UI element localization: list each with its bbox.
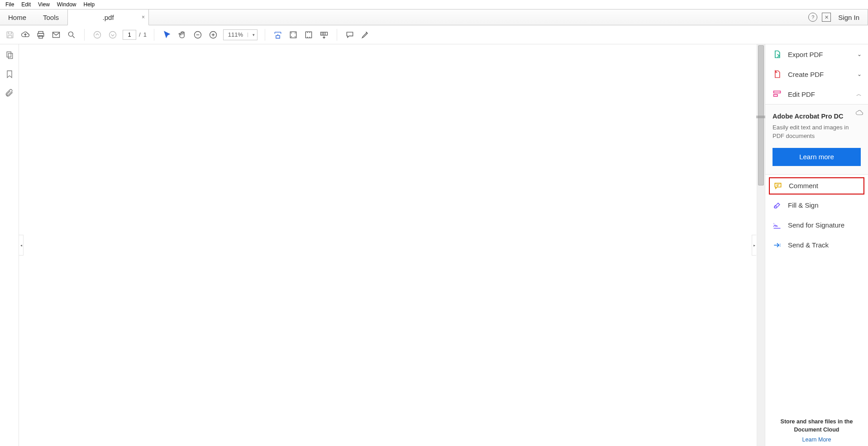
- toolbar-sep-4: [337, 29, 337, 41]
- tool-edit-pdf[interactable]: Edit PDF ︿: [765, 84, 868, 104]
- menu-help[interactable]: Help: [81, 1, 98, 8]
- toolbar: / 1 111% ▾: [0, 25, 868, 44]
- svg-rect-14: [8, 53, 12, 59]
- attachments-icon[interactable]: [5, 89, 14, 100]
- tab-document-label: .pdf: [103, 14, 114, 21]
- promo-title: Adobe Acrobat Pro DC: [773, 113, 861, 120]
- search-icon[interactable]: [66, 29, 77, 40]
- thumbnails-icon[interactable]: [5, 51, 14, 62]
- tab-strip: Home Tools .pdf × ? ✕ Sign In: [0, 9, 868, 25]
- highlight-tool-icon[interactable]: [360, 29, 371, 40]
- page-sep: /: [139, 31, 141, 38]
- tool-fill-sign[interactable]: Fill & Sign: [765, 195, 868, 215]
- tool-fill-sign-label: Fill & Sign: [788, 201, 819, 209]
- svg-rect-11: [305, 32, 311, 38]
- navpane-collapse-handle[interactable]: ◂: [19, 235, 24, 256]
- svg-rect-13: [7, 52, 11, 57]
- export-pdf-icon: [773, 50, 782, 59]
- promo-description: Easily edit text and images in PDF docum…: [773, 123, 861, 141]
- fit-width-icon[interactable]: [272, 29, 283, 40]
- svg-rect-15: [774, 91, 781, 93]
- navigation-pane: [0, 44, 19, 446]
- svg-point-7: [110, 31, 116, 38]
- svg-rect-0: [8, 35, 12, 38]
- tab-home[interactable]: Home: [0, 9, 35, 25]
- svg-text:x: x: [773, 222, 775, 225]
- sign-in-button[interactable]: Sign In: [835, 14, 862, 21]
- tool-export-pdf[interactable]: Export PDF ⌄: [765, 44, 868, 64]
- tabstrip-spacer: [149, 9, 803, 25]
- save-icon[interactable]: [5, 29, 15, 40]
- comment-icon: [773, 181, 782, 190]
- menubar: File Edit View Window Help: [0, 0, 868, 9]
- svg-point-5: [68, 32, 73, 36]
- svg-rect-3: [39, 35, 43, 38]
- page-down-icon[interactable]: [107, 29, 118, 40]
- print-icon[interactable]: [35, 29, 46, 40]
- svg-point-20: [780, 246, 781, 247]
- tool-send-signature-label: Send for Signature: [788, 221, 844, 229]
- svg-point-19: [780, 245, 781, 246]
- edit-pdf-promo: Adobe Acrobat Pro DC Easily edit text an…: [765, 104, 868, 175]
- svg-point-18: [780, 243, 781, 244]
- svg-rect-12: [321, 32, 328, 35]
- tools-pane: Export PDF ⌄ Create PDF ⌄ Edit PDF ︿ Ado…: [765, 44, 868, 446]
- notifications-button[interactable]: ✕: [822, 13, 831, 22]
- zoom-caret-icon: ▾: [248, 33, 257, 37]
- selection-tool-icon[interactable]: [162, 29, 172, 40]
- tab-tools[interactable]: Tools: [35, 9, 67, 25]
- workspace: ◂ ▸ Export PDF ⌄ Create PDF ⌄ Edit PDF ︿…: [0, 44, 868, 446]
- svg-rect-16: [774, 95, 777, 96]
- toolbar-sep-3: [265, 29, 265, 41]
- chevron-down-icon: ⌄: [857, 51, 862, 57]
- learn-more-button[interactable]: Learn more: [773, 148, 861, 166]
- cloud-upload-icon[interactable]: [20, 29, 31, 40]
- tool-comment[interactable]: Comment: [769, 177, 864, 195]
- send-signature-icon: x: [773, 221, 782, 230]
- email-icon[interactable]: [51, 29, 62, 40]
- zoom-in-icon[interactable]: [208, 29, 219, 40]
- edit-pdf-icon: [773, 90, 782, 99]
- tool-edit-pdf-label: Edit PDF: [788, 90, 815, 98]
- send-track-icon: [773, 241, 782, 250]
- tab-document[interactable]: .pdf ×: [67, 9, 149, 25]
- zoom-out-icon[interactable]: [192, 29, 203, 40]
- vertical-scrollbar[interactable]: [757, 44, 765, 446]
- comment-tool-icon[interactable]: [344, 29, 355, 40]
- menu-file[interactable]: File: [3, 1, 17, 8]
- toolspane-collapse-handle[interactable]: ▸: [752, 235, 756, 256]
- tab-close-button[interactable]: ×: [142, 14, 145, 20]
- page-up-icon[interactable]: [92, 29, 103, 40]
- tool-send-signature[interactable]: x Send for Signature: [765, 215, 868, 235]
- tool-create-pdf[interactable]: Create PDF ⌄: [765, 64, 868, 84]
- cloud-sync-icon[interactable]: [855, 109, 863, 119]
- bookmarks-icon[interactable]: [5, 70, 14, 81]
- create-pdf-icon: [773, 70, 782, 79]
- read-mode-icon[interactable]: [319, 29, 329, 40]
- help-button[interactable]: ?: [808, 13, 817, 22]
- page-current-input[interactable]: [123, 30, 136, 40]
- fit-page-icon[interactable]: [288, 29, 299, 40]
- svg-point-6: [94, 31, 101, 38]
- tool-create-pdf-label: Create PDF: [788, 71, 824, 78]
- toolbar-sep-2: [154, 29, 154, 41]
- scrollbar-grip-icon: [756, 116, 766, 119]
- hand-tool-icon[interactable]: [177, 29, 188, 40]
- cloud-promo-text: Store and share files in the Document Cl…: [776, 418, 857, 434]
- tool-send-track-label: Send & Track: [788, 241, 829, 249]
- scrollbar-thumb[interactable]: [758, 45, 764, 185]
- tool-comment-label: Comment: [789, 182, 818, 190]
- page-indicator: / 1: [123, 30, 147, 40]
- zoom-select[interactable]: 111% ▾: [223, 29, 258, 40]
- zoom-value: 111%: [224, 31, 248, 38]
- chevron-up-icon: ︿: [856, 90, 862, 98]
- page-total: 1: [143, 31, 147, 38]
- toolbar-sep-1: [84, 29, 85, 41]
- cloud-promo-link[interactable]: Learn More: [802, 437, 831, 443]
- document-canvas[interactable]: ◂ ▸: [19, 44, 765, 446]
- tool-send-track[interactable]: Send & Track: [765, 235, 868, 255]
- menu-window[interactable]: Window: [54, 1, 79, 8]
- menu-view[interactable]: View: [35, 1, 52, 8]
- menu-edit[interactable]: Edit: [19, 1, 33, 8]
- fullscreen-icon[interactable]: [303, 29, 314, 40]
